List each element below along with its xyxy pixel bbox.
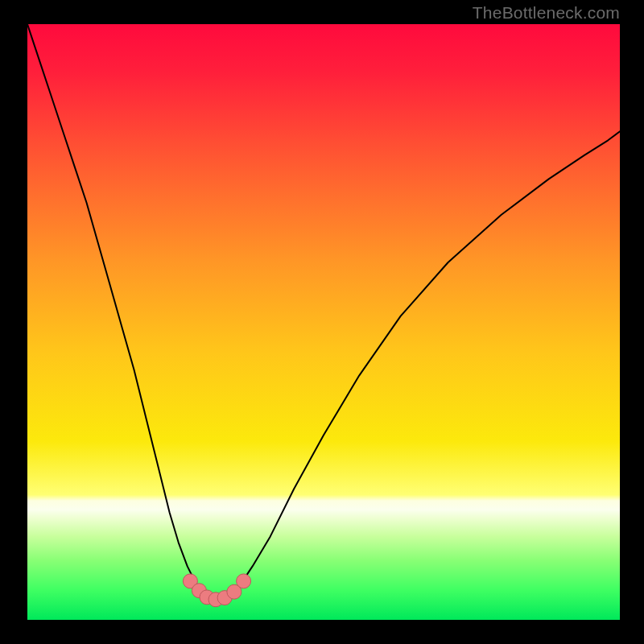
marker-dot <box>237 574 251 588</box>
chart-plot <box>27 24 620 620</box>
app-frame: TheBottleneck.com <box>0 0 644 644</box>
watermark-text: TheBottleneck.com <box>473 3 620 23</box>
marker-layer <box>27 24 620 620</box>
